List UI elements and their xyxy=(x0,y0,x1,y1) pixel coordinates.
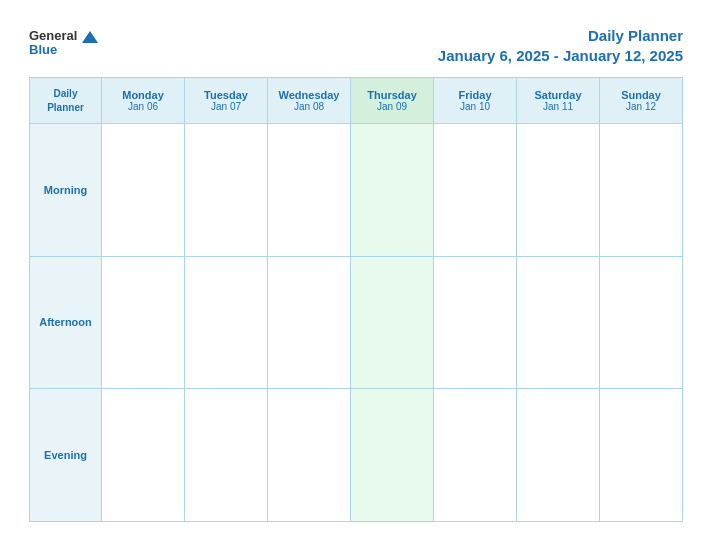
monday-date: Jan 06 xyxy=(104,101,182,112)
morning-thursday[interactable] xyxy=(351,124,434,257)
page: General Blue Daily Planner January 6, 20… xyxy=(11,10,701,540)
logo-text: General xyxy=(29,28,99,43)
sunday-name: Sunday xyxy=(602,89,680,101)
daily-planner-header-cell: DailyPlanner xyxy=(30,78,102,124)
evening-tuesday[interactable] xyxy=(185,389,268,522)
header: General Blue Daily Planner January 6, 20… xyxy=(29,26,683,65)
morning-saturday[interactable] xyxy=(517,124,600,257)
col-monday: Monday Jan 06 xyxy=(102,78,185,124)
morning-sunday[interactable] xyxy=(600,124,683,257)
wednesday-name: Wednesday xyxy=(270,89,348,101)
saturday-name: Saturday xyxy=(519,89,597,101)
evening-sunday[interactable] xyxy=(600,389,683,522)
afternoon-thursday[interactable] xyxy=(351,256,434,389)
evening-label: Evening xyxy=(44,449,87,461)
afternoon-label-cell: Afternoon xyxy=(30,256,102,389)
afternoon-saturday[interactable] xyxy=(517,256,600,389)
logo-triangle-icon xyxy=(81,30,99,44)
daily-planner-label: DailyPlanner xyxy=(47,88,84,113)
evening-friday[interactable] xyxy=(434,389,517,522)
logo-blue-label: Blue xyxy=(29,42,99,57)
monday-name: Monday xyxy=(104,89,182,101)
svg-marker-0 xyxy=(82,31,98,43)
afternoon-row: Afternoon xyxy=(30,256,683,389)
morning-label-cell: Morning xyxy=(30,124,102,257)
friday-date: Jan 10 xyxy=(436,101,514,112)
morning-label: Morning xyxy=(44,184,87,196)
wednesday-date: Jan 08 xyxy=(270,101,348,112)
calendar-table: DailyPlanner Monday Jan 06 Tuesday Jan 0… xyxy=(29,77,683,522)
morning-row: Morning xyxy=(30,124,683,257)
tuesday-date: Jan 07 xyxy=(187,101,265,112)
col-thursday: Thursday Jan 09 xyxy=(351,78,434,124)
afternoon-label: Afternoon xyxy=(39,316,92,328)
afternoon-wednesday[interactable] xyxy=(268,256,351,389)
evening-saturday[interactable] xyxy=(517,389,600,522)
afternoon-sunday[interactable] xyxy=(600,256,683,389)
title-area: Daily Planner January 6, 2025 - January … xyxy=(438,26,683,65)
col-friday: Friday Jan 10 xyxy=(434,78,517,124)
tuesday-name: Tuesday xyxy=(187,89,265,101)
morning-tuesday[interactable] xyxy=(185,124,268,257)
evening-thursday[interactable] xyxy=(351,389,434,522)
morning-monday[interactable] xyxy=(102,124,185,257)
afternoon-friday[interactable] xyxy=(434,256,517,389)
evening-wednesday[interactable] xyxy=(268,389,351,522)
morning-friday[interactable] xyxy=(434,124,517,257)
sunday-date: Jan 12 xyxy=(602,101,680,112)
thursday-name: Thursday xyxy=(353,89,431,101)
saturday-date: Jan 11 xyxy=(519,101,597,112)
planner-title: Daily Planner xyxy=(438,26,683,46)
col-wednesday: Wednesday Jan 08 xyxy=(268,78,351,124)
thursday-date: Jan 09 xyxy=(353,101,431,112)
col-sunday: Sunday Jan 12 xyxy=(600,78,683,124)
logo: General Blue xyxy=(29,26,99,57)
evening-monday[interactable] xyxy=(102,389,185,522)
logo-blue-text xyxy=(77,28,99,43)
evening-row: Evening xyxy=(30,389,683,522)
friday-name: Friday xyxy=(436,89,514,101)
col-tuesday: Tuesday Jan 07 xyxy=(185,78,268,124)
afternoon-monday[interactable] xyxy=(102,256,185,389)
afternoon-tuesday[interactable] xyxy=(185,256,268,389)
evening-label-cell: Evening xyxy=(30,389,102,522)
morning-wednesday[interactable] xyxy=(268,124,351,257)
logo-area: General Blue xyxy=(29,26,99,57)
date-range: January 6, 2025 - January 12, 2025 xyxy=(438,46,683,66)
col-saturday: Saturday Jan 11 xyxy=(517,78,600,124)
